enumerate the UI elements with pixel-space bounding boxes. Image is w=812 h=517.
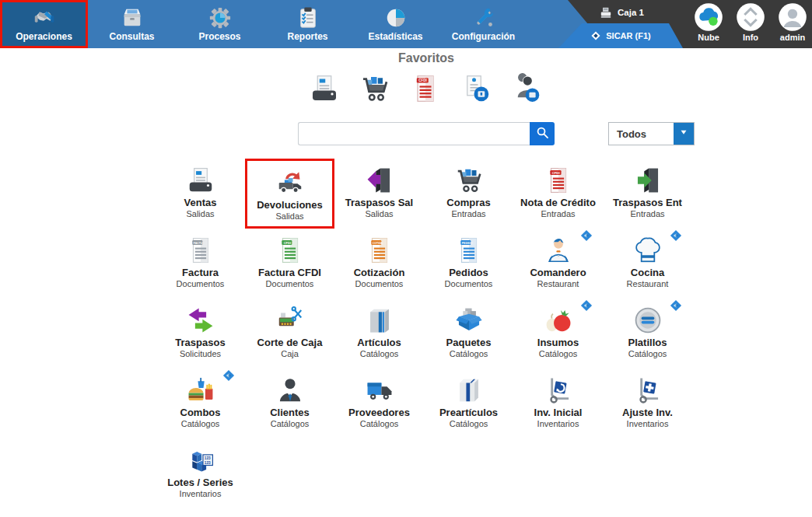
tile-sublabel: Salidas [365, 209, 393, 218]
box-book-icon [365, 302, 394, 335]
tile-cocina[interactable]: CocinaRestaurant [603, 229, 692, 299]
tile-label: Cocina [631, 267, 664, 278]
tile-sublabel: Restaurant [627, 279, 669, 288]
sicar-banner-button[interactable]: SICAR (F1) [558, 23, 683, 48]
plate-icon [633, 302, 663, 335]
svg-text:CFDI: CFDI [551, 171, 559, 175]
tile-label: Preartículos [439, 407, 498, 418]
tile-insumos[interactable]: InsumosCatálogos [513, 299, 603, 369]
fastfood-icon [186, 372, 215, 405]
tile-sublabel: Catálogos [360, 349, 399, 358]
white-box-icon [454, 372, 484, 405]
favorite-item-4[interactable] [511, 73, 542, 104]
tile-ajuste-inv[interactable]: Ajuste Inv.Inventarios [603, 369, 692, 438]
sync-badge [580, 229, 593, 242]
tile-sublabel: Catálogos [360, 419, 399, 428]
search-input[interactable] [298, 122, 530, 145]
tile-sublabel: Entradas [541, 209, 575, 218]
tab-consultas[interactable]: Consultas [88, 0, 176, 48]
favorites-row: CFDI [309, 73, 542, 104]
station-label: Caja 1 [618, 8, 644, 17]
tab-configuración[interactable]: Configuración [439, 0, 527, 48]
search-button[interactable] [530, 122, 555, 145]
tile-lotes-series[interactable]: 123123Lotes / SeriesInventarios [156, 438, 245, 508]
tile-sublabel: Documentos [266, 279, 314, 288]
tab-operaciones[interactable]: Operaciones [0, 0, 88, 48]
favorite-item-2[interactable]: CFDI [410, 73, 441, 104]
category-filter-arrow[interactable] [674, 123, 694, 145]
receipt-printer-icon [186, 162, 215, 195]
tile-label: Traspasos [175, 337, 225, 348]
tile-label: Combos [180, 407, 221, 418]
tile-platillos[interactable]: PlatillosCatálogos [603, 299, 692, 369]
cart-icon [359, 73, 390, 104]
tile-preartículos[interactable]: PreartículosCatálogos [424, 369, 513, 438]
svg-text:FACTU: FACTU [193, 242, 202, 245]
tile-artículos[interactable]: ArtículosCatálogos [334, 299, 424, 369]
handtruck-plus-icon [633, 372, 663, 405]
tab-label: Estadísticas [368, 31, 422, 42]
cloud-icon [694, 2, 723, 32]
tile-comandero[interactable]: ComanderoRestaurant [513, 229, 603, 299]
tile-label: Factura CFDI [258, 267, 321, 278]
tile-pedidos[interactable]: PEDIDOPedidosDocumentos [424, 229, 513, 299]
tile-cotización[interactable]: COTIZACotizaciónDocumentos [334, 229, 424, 299]
favorite-item-0[interactable] [309, 73, 340, 104]
tile-nota-de-crédito[interactable]: CFDINota de CréditoEntradas [513, 159, 603, 229]
tile-traspasos[interactable]: TraspasosSolicitudes [156, 299, 245, 369]
cfdi-red-doc-icon: CFDI [544, 162, 573, 195]
tile-paquetes[interactable]: PaquetesCatálogos [424, 299, 513, 369]
tile-label: Ajuste Inv. [622, 407, 673, 418]
open-box-icon [454, 302, 484, 335]
tile-sublabel: Catálogos [271, 419, 310, 428]
sync-badge [670, 229, 682, 242]
door-in-icon [633, 162, 663, 195]
tile-sublabel: Salidas [186, 209, 214, 218]
cubes-icon: 123123 [186, 442, 215, 475]
quick-info-button[interactable]: Info [736, 2, 765, 42]
tile-corte-de-caja[interactable]: Corte de CajaCaja [245, 299, 334, 369]
tile-label: Devoluciones [257, 199, 323, 211]
tile-compras[interactable]: ComprasEntradas [424, 159, 513, 229]
door-out-icon [365, 162, 394, 195]
station-indicator: Caja 1 [599, 5, 644, 19]
handtruck-reload-icon [544, 372, 573, 405]
tile-proveedores[interactable]: ProveedoresCatálogos [334, 369, 424, 438]
tile-inv-inicial[interactable]: Inv. InicialInventarios [513, 369, 603, 438]
user-avatar-icon [778, 2, 807, 32]
quick-label: Nube [698, 33, 719, 42]
svg-text:123: 123 [204, 461, 210, 465]
tile-sublabel: Solicitudes [180, 349, 221, 358]
tab-procesos[interactable]: Procesos [176, 0, 264, 48]
tile-sublabel: Documentos [355, 279, 404, 288]
tab-estadísticas[interactable]: Estadísticas [352, 0, 439, 48]
quick-nube-button[interactable]: Nube [694, 2, 723, 42]
tab-label: Configuración [452, 31, 515, 42]
tile-traspasos-sal[interactable]: Traspasos SalSalidas [334, 159, 424, 229]
tab-label: Procesos [198, 31, 240, 42]
tab-reportes[interactable]: Reportes [264, 0, 352, 48]
tile-sublabel: Catálogos [450, 419, 488, 428]
register-scissors-icon [275, 302, 305, 335]
tile-factura[interactable]: FACTUFacturaDocumentos [156, 229, 245, 299]
tile-sublabel: Inventarios [180, 489, 222, 498]
tile-factura-cfdi[interactable]: CFDIFactura CFDIDocumentos [245, 229, 334, 299]
tile-sublabel: Documentos [445, 279, 493, 288]
category-filter-dropdown[interactable]: Todos [608, 122, 695, 145]
quick-actions: NubeInfoadmin [694, 2, 807, 42]
tile-clientes[interactable]: ClientesCatálogos [245, 369, 334, 438]
tile-ventas[interactable]: VentasSalidas [156, 159, 245, 229]
tile-label: Traspasos Sal [345, 197, 413, 208]
sicar-banner-label: SICAR (F1) [606, 31, 650, 40]
favorite-item-3[interactable] [460, 73, 492, 104]
svg-text:CFDI: CFDI [283, 241, 290, 245]
tile-label: Traspasos Ent [613, 197, 682, 208]
doc-cotiza-icon: COTIZA [365, 232, 394, 265]
tile-combos[interactable]: CombosCatálogos [156, 369, 245, 438]
tile-devoluciones[interactable]: DevolucionesSalidas [245, 159, 334, 229]
app-grid: VentasSalidasDevolucionesSalidasTraspaso… [156, 159, 692, 508]
tile-sublabel: Catálogos [539, 349, 578, 358]
quick-admin-button[interactable]: admin [778, 2, 807, 42]
favorite-item-1[interactable] [359, 73, 390, 104]
tile-traspasos-ent[interactable]: Traspasos EntEntradas [603, 159, 692, 229]
